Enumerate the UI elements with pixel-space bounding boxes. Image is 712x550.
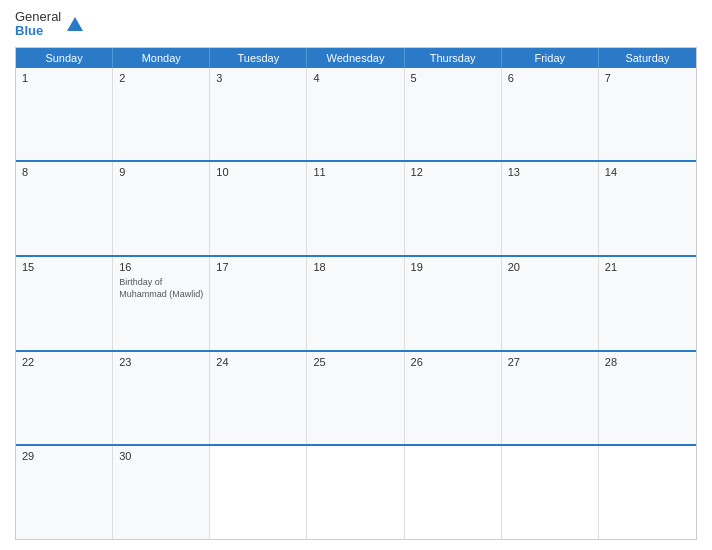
day-cell: 23 [113,352,210,445]
day-number: 12 [411,166,495,178]
day-cell: 28 [599,352,696,445]
day-number: 29 [22,450,106,462]
header: GeneralBlue [15,10,697,39]
day-number: 16 [119,261,203,273]
day-cell [599,446,696,539]
day-number: 8 [22,166,106,178]
day-cell: 22 [16,352,113,445]
day-number: 28 [605,356,690,368]
day-header: Sunday [16,48,113,68]
day-cell [210,446,307,539]
day-header: Monday [113,48,210,68]
day-number: 10 [216,166,300,178]
day-cell: 20 [502,257,599,350]
week-row: 891011121314 [16,160,696,255]
day-cell: 19 [405,257,502,350]
day-cell: 14 [599,162,696,255]
day-cell: 10 [210,162,307,255]
day-number: 14 [605,166,690,178]
day-cell: 12 [405,162,502,255]
day-number: 2 [119,72,203,84]
day-number: 7 [605,72,690,84]
day-cell: 18 [307,257,404,350]
day-header: Friday [502,48,599,68]
day-cell: 2 [113,68,210,161]
day-cell: 6 [502,68,599,161]
day-headers-row: SundayMondayTuesdayWednesdayThursdayFrid… [16,48,696,68]
event-label: Birthday of Muhammad (Mawlid) [119,277,203,300]
day-number: 18 [313,261,397,273]
day-cell: 27 [502,352,599,445]
day-cell: 11 [307,162,404,255]
day-number: 6 [508,72,592,84]
day-number: 5 [411,72,495,84]
day-header: Tuesday [210,48,307,68]
weeks-container: 12345678910111213141516Birthday of Muham… [16,68,696,539]
day-cell: 25 [307,352,404,445]
day-cell: 9 [113,162,210,255]
week-row: 1516Birthday of Muhammad (Mawlid)1718192… [16,255,696,350]
day-header: Wednesday [307,48,404,68]
week-row: 1234567 [16,68,696,161]
day-cell: 17 [210,257,307,350]
day-number: 21 [605,261,690,273]
logo-text: GeneralBlue [15,10,61,39]
day-cell: 5 [405,68,502,161]
day-cell [502,446,599,539]
day-cell: 16Birthday of Muhammad (Mawlid) [113,257,210,350]
day-number: 9 [119,166,203,178]
day-header: Saturday [599,48,696,68]
day-number: 1 [22,72,106,84]
day-cell: 21 [599,257,696,350]
day-number: 23 [119,356,203,368]
day-cell: 4 [307,68,404,161]
day-cell: 1 [16,68,113,161]
day-number: 26 [411,356,495,368]
day-number: 24 [216,356,300,368]
day-number: 30 [119,450,203,462]
day-number: 25 [313,356,397,368]
day-number: 17 [216,261,300,273]
day-cell: 7 [599,68,696,161]
day-number: 27 [508,356,592,368]
day-number: 20 [508,261,592,273]
day-cell: 15 [16,257,113,350]
day-cell: 26 [405,352,502,445]
day-number: 4 [313,72,397,84]
logo: GeneralBlue [15,10,83,39]
day-cell: 24 [210,352,307,445]
day-number: 22 [22,356,106,368]
day-cell: 29 [16,446,113,539]
day-cell [405,446,502,539]
day-number: 15 [22,261,106,273]
week-row: 22232425262728 [16,350,696,445]
day-cell: 3 [210,68,307,161]
page: GeneralBlue SundayMondayTuesdayWednesday… [0,0,712,550]
day-number: 13 [508,166,592,178]
day-cell: 30 [113,446,210,539]
day-header: Thursday [405,48,502,68]
day-number: 11 [313,166,397,178]
day-cell: 13 [502,162,599,255]
week-row: 2930 [16,444,696,539]
day-number: 3 [216,72,300,84]
day-number: 19 [411,261,495,273]
day-cell: 8 [16,162,113,255]
day-cell [307,446,404,539]
logo-icon [67,17,83,31]
calendar: SundayMondayTuesdayWednesdayThursdayFrid… [15,47,697,540]
